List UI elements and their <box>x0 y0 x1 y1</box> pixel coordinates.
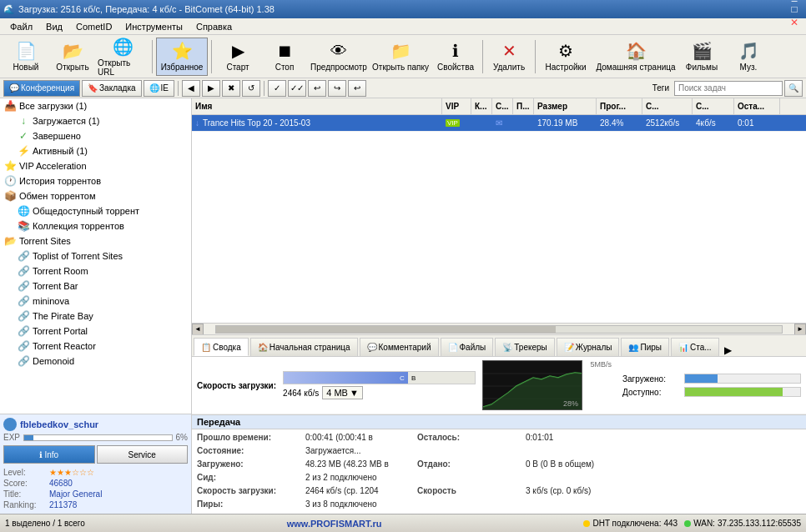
menu-cometid[interactable]: CometID <box>69 20 118 33</box>
bottom-tab-stats[interactable]: 📊 Ста... <box>671 338 719 356</box>
buffer-dropdown[interactable]: 4 MB ▼ <box>322 386 363 399</box>
sidebar-item-torrent-reactor[interactable]: 🔗 Torrent Reactor <box>0 339 191 354</box>
open-url-button[interactable]: 🌐 Открыть URL <box>97 38 149 76</box>
col-dl-speed[interactable]: С... <box>642 98 693 114</box>
new-button[interactable]: 📄 Новый <box>3 38 48 76</box>
nav-back-button[interactable]: ◀ <box>182 80 200 97</box>
downloaded-row: Загружено: <box>622 374 801 384</box>
music-button[interactable]: 🎵 Муз. <box>726 38 771 76</box>
search-button[interactable]: 🔍 <box>784 80 803 97</box>
user-score[interactable]: 46680 <box>49 479 73 488</box>
nav-check2-button[interactable]: ✓✓ <box>288 80 306 97</box>
sidebar-item-exchange[interactable]: 📦 Обмен торрентом <box>0 188 191 203</box>
scroll-thumb[interactable] <box>216 326 556 333</box>
table-row[interactable]: ↓ Trance Hits Top 20 - 2015-03 VIP ✉ 170… <box>192 115 806 132</box>
bottom-tab-homepage[interactable]: 🏠 Начальная страница <box>250 338 358 356</box>
col-size[interactable]: Размер <box>534 98 597 114</box>
stop-button[interactable]: ⏹ Стоп <box>262 38 307 76</box>
menu-help[interactable]: Справка <box>189 20 239 33</box>
scroll-track[interactable] <box>215 325 783 334</box>
col-vip[interactable]: VIP <box>442 98 471 114</box>
nav-undoredo-button[interactable]: ↩ <box>348 80 366 97</box>
main-area: 📥 Все загрузки (1) ↓ Загружается (1) ✓ З… <box>0 98 806 514</box>
settings-button[interactable]: ⚙ Настройки <box>539 38 592 76</box>
col-ul-speed[interactable]: С... <box>693 98 734 114</box>
nav-refresh-button[interactable]: ↺ <box>242 80 260 97</box>
col-name[interactable]: Имя <box>192 98 442 114</box>
dht-dot <box>583 520 590 527</box>
sidebar-item-demonoid[interactable]: 🔗 Demonoid <box>0 354 191 369</box>
user-tab-info[interactable]: ℹ Info <box>3 445 95 464</box>
bottom-tab-peers[interactable]: 👥 Пиры <box>621 338 669 356</box>
nav-redo-button[interactable]: ↪ <box>328 80 346 97</box>
movies-button[interactable]: 🎬 Фильмы <box>679 38 724 76</box>
col-progress[interactable]: Прог... <box>597 98 642 114</box>
maximize-button[interactable]: □ <box>786 3 803 16</box>
stat-elapsed: Прошло времени: 0:00:41 (0:00:41 в <box>197 433 411 442</box>
menu-tools[interactable]: Инструменты <box>118 20 189 33</box>
sidebar-item-vip[interactable]: ⭐ VIP Acceleration <box>0 158 191 173</box>
sidebar-item-piratebay[interactable]: 🔗 The Pirate Bay <box>0 309 191 324</box>
more-tabs-button[interactable]: ▶ <box>721 344 735 356</box>
scroll-left-arrow[interactable]: ◄ <box>192 324 204 335</box>
sidebar-item-completed[interactable]: ✓ Завершено <box>0 128 191 143</box>
close-button[interactable]: ✕ <box>786 16 803 29</box>
home-button[interactable]: 🏠 Домашняя страница <box>594 38 678 76</box>
sidebar-item-toplist[interactable]: 🔗 Toplist of Torrent Sites <box>0 248 191 263</box>
menu-file[interactable]: Файл <box>3 20 39 33</box>
user-tab-service[interactable]: Service <box>97 445 189 464</box>
col-k[interactable]: К... <box>471 98 492 114</box>
speed-graph-container: 28% 5MB/s <box>482 360 582 410</box>
sidebar-item-all[interactable]: 📥 Все загрузки (1) <box>0 98 191 113</box>
preview-button[interactable]: 👁 Предпросмотр <box>309 38 369 76</box>
navtoolbar: 💬 Конференция 🔖 Закладка 🌐 IE ◀ ▶ ✖ ↺ ✓ … <box>0 78 806 98</box>
sidebar-item-public[interactable]: 🌐 Общедоступный торрент <box>0 203 191 218</box>
tab-bookmark[interactable]: 🔖 Закладка <box>82 80 141 97</box>
app-icon: 🌊 <box>3 4 15 15</box>
files-icon: 📄 <box>448 343 458 352</box>
user-stat-level: Level: ★★★☆☆☆ <box>3 467 188 478</box>
list-body: ↓ Trance Hits Top 20 - 2015-03 VIP ✉ 170… <box>192 115 806 323</box>
bottom-tab-trackers[interactable]: 📡 Трекеры <box>495 338 554 356</box>
sidebar-item-active[interactable]: ⚡ Активный (1) <box>0 143 191 158</box>
col-s[interactable]: С... <box>492 98 513 114</box>
properties-button[interactable]: ℹ Свойства <box>432 38 479 76</box>
sidebar-item-torrent-sites[interactable]: 📂 Torrent Sites <box>0 233 191 248</box>
menu-view[interactable]: Вид <box>39 20 69 33</box>
favorites-button[interactable]: ⭐ Избранное <box>156 38 208 76</box>
delete-button[interactable]: ✕ Удалить <box>486 38 531 76</box>
scroll-right-arrow[interactable]: ► <box>794 324 806 335</box>
sidebar-item-torrent-room[interactable]: 🔗 Torrent Room <box>0 263 191 279</box>
nav-undo-button[interactable]: ↩ <box>308 80 326 97</box>
sidebar-item-mininova[interactable]: 🔗 mininova <box>0 294 191 309</box>
mininova-icon: 🔗 <box>17 295 30 307</box>
bottom-tab-logs[interactable]: 📝 Журналы <box>557 338 620 356</box>
col-p[interactable]: П... <box>513 98 534 114</box>
search-input[interactable] <box>674 81 783 96</box>
available-fill <box>685 388 783 396</box>
exp-bar <box>23 434 173 441</box>
start-button[interactable]: ▶ Старт <box>215 38 260 76</box>
tab-ie[interactable]: 🌐 IE <box>144 80 174 97</box>
sidebar-item-history[interactable]: 🕐 История торрентов <box>0 173 191 188</box>
sidebar-item-torrent-bar[interactable]: 🔗 Torrent Bar <box>0 279 191 294</box>
nav-forward-button[interactable]: ▶ <box>202 80 220 97</box>
sidebar-item-collection[interactable]: 📚 Коллекция торрентов <box>0 218 191 233</box>
open-folder-button[interactable]: 📁 Открыть папку <box>370 38 431 76</box>
list-hscrollbar[interactable]: ◄ ► <box>192 323 806 334</box>
cell-remain: 0:01 <box>734 115 780 131</box>
toolbar-sep-2 <box>211 40 212 73</box>
col-remain[interactable]: Оста... <box>734 98 780 114</box>
sidebar-item-torrent-portal[interactable]: 🔗 Torrent Portal <box>0 324 191 339</box>
menubar: Файл Вид CometID Инструменты Справка <box>0 18 806 35</box>
nav-stop-button[interactable]: ✖ <box>222 80 240 97</box>
nav-check-button[interactable]: ✓ <box>268 80 286 97</box>
status-center-link[interactable]: www.PROFISMART.ru <box>92 519 577 529</box>
speed-fill: C <box>284 372 408 384</box>
bottom-tab-summary[interactable]: 📋 Сводка <box>194 338 249 356</box>
bottom-tab-files[interactable]: 📄 Файлы <box>441 338 494 356</box>
bottom-tab-comments[interactable]: 💬 Комментарий <box>360 338 439 356</box>
open-button[interactable]: 📂 Открыть <box>50 38 95 76</box>
tab-conference[interactable]: 💬 Конференция <box>3 80 80 97</box>
sidebar-item-downloading[interactable]: ↓ Загружается (1) <box>0 113 191 128</box>
